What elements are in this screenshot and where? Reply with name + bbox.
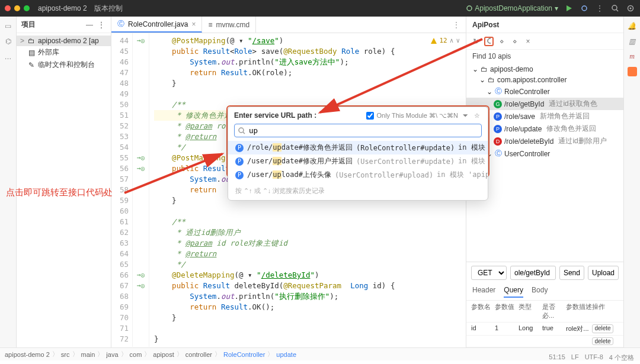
send-button[interactable]: Send (559, 266, 584, 280)
breadcrumb-item[interactable]: com (130, 351, 142, 358)
svg-point-2 (582, 6, 587, 11)
popup-title: Enter service URL path : (234, 111, 316, 120)
api-tree-node[interactable]: ⌄🗀com.apipost.controller (466, 75, 623, 85)
breadcrumb-item[interactable]: apipost-demo 2 (5, 351, 50, 358)
breadcrumb-item[interactable]: apipost (153, 351, 174, 358)
editor-tab[interactable]: ≡mvnw.cmd (202, 17, 256, 33)
breadcrumb-item[interactable]: controller (185, 351, 212, 358)
close-panel-icon[interactable]: × (523, 37, 533, 46)
request-tab[interactable]: Header (472, 286, 495, 298)
menu-vcs[interactable]: 版本控制 (94, 4, 123, 14)
api-tree-endpoint[interactable]: G/role/getById通过id获取角色 (466, 98, 623, 110)
folder-icon[interactable]: ▭ (4, 21, 13, 31)
api-tree[interactable]: ⌄🗀apipost-demo⌄🗀com.apipost.controller⌄Ⓒ… (466, 63, 623, 161)
svg-line-4 (616, 9, 618, 11)
apipost-logo-icon[interactable] (628, 67, 637, 76)
line-numbers: 4445464748495051525354555657585960616263… (111, 33, 133, 347)
method-badge-icon: P (235, 144, 244, 152)
breadcrumb[interactable]: apipost-demo 2〉src〉main〉java〉com〉apipost… (0, 347, 640, 360)
structure-icon[interactable]: ⌬ (4, 37, 13, 46)
panel-menu-icon[interactable]: ⋮ (97, 20, 106, 30)
search-icon[interactable] (610, 4, 620, 13)
delete-param-button[interactable]: delete (592, 324, 613, 333)
project-tree-item[interactable]: >🗀apipost-demo 2 [ap (17, 36, 111, 46)
close-icon[interactable]: × (191, 20, 196, 28)
param-column-header: 操作 (592, 302, 613, 320)
settings-icon[interactable] (626, 4, 635, 13)
bookmark-icon[interactable]: … (4, 52, 13, 62)
popup-result-item[interactable]: P/role/update#修改角色并返回 (RoleController#up… (228, 141, 488, 154)
minimize-icon[interactable] (14, 5, 20, 11)
popup-module-scope[interactable]: Only This Module ⌘\ ⌥⌘N ⏷ ☆ (366, 111, 482, 120)
project-panel-title: 项目 (21, 20, 36, 30)
api-tree-endpoint[interactable]: D/role/deleteById通过id删除用户 (466, 135, 623, 147)
folder-icon: ✎ (27, 61, 36, 69)
request-tabs[interactable]: HeaderQueryBody (466, 284, 623, 301)
breadcrumb-sep: 〉 (72, 350, 79, 359)
file-encoding[interactable]: UTF-8 (585, 353, 603, 362)
breadcrumb-item[interactable]: RoleController (223, 351, 265, 358)
caret-position[interactable]: 51:15 (549, 353, 565, 362)
funnel-icon[interactable]: ⏷ (460, 111, 470, 120)
folder-icon: ▤ (27, 49, 36, 57)
project-tree-item[interactable]: ▤外部库 (17, 46, 111, 59)
window-controls[interactable] (5, 5, 30, 11)
line-separator[interactable]: LF (571, 353, 579, 362)
close-icon[interactable] (5, 5, 11, 11)
search-url-popup[interactable]: Enter service URL path : Only This Modul… (228, 107, 488, 201)
maven-icon[interactable]: m (629, 52, 635, 61)
project-name[interactable]: apipost-demo 2 (38, 4, 87, 12)
upload-button[interactable]: Upload (588, 266, 619, 280)
database-icon[interactable]: ▥ (628, 37, 637, 46)
svg-point-3 (612, 5, 617, 10)
editor-tabs: ⒸRoleController.java×≡mvnw.cmd⋮ (111, 17, 466, 33)
popup-result-item[interactable]: P/user/update#修改用户并返回 (UserController#up… (228, 154, 488, 168)
nav-prev-icon[interactable]: ⋄ (510, 37, 520, 46)
pin-icon[interactable]: ☆ (472, 111, 482, 120)
warning-icon (430, 37, 437, 44)
request-tab[interactable]: Body (532, 286, 548, 298)
api-tree-endpoint[interactable]: P/role/save新增角色并返回 (466, 110, 623, 123)
breadcrumb-item[interactable]: src (61, 351, 70, 358)
api-tree-node[interactable]: ⌄ⒸRoleController (466, 85, 623, 98)
param-row-empty[interactable]: delete (466, 336, 623, 347)
project-tree-item[interactable]: ✎临时文件和控制台 (17, 59, 111, 71)
collapse-icon[interactable]: — (85, 20, 94, 30)
breadcrumb-item[interactable]: java (106, 351, 118, 358)
filter-icon[interactable]: ⋄ (497, 37, 507, 46)
inspection-warning-badge[interactable]: 12 ∧ ∨ (430, 36, 460, 46)
svg-point-10 (239, 128, 244, 133)
http-method-select[interactable]: GET (471, 266, 507, 280)
module-scope-checkbox[interactable] (366, 112, 374, 120)
run-button[interactable] (564, 4, 574, 13)
indent-setting[interactable]: 4 个空格 (609, 353, 634, 362)
target-icon (466, 5, 472, 11)
svg-point-8 (488, 38, 491, 43)
tabs-more-icon[interactable]: ⋮ (447, 17, 466, 33)
left-toolwindows: ▭ ⌬ … (0, 17, 17, 347)
popup-result-item[interactable]: P/user/upload#上传头像 (UserController#uploa… (228, 168, 488, 182)
api-tree-node[interactable]: ⌄ⒸUserController (466, 147, 623, 160)
notifications-icon[interactable]: 🔔 (628, 21, 637, 31)
api-tree-endpoint[interactable]: P/role/update修改角色并返回 (466, 123, 623, 135)
svg-line-11 (243, 132, 245, 134)
delete-param-button[interactable]: delete (592, 337, 613, 345)
popup-result-list[interactable]: P/role/update#修改角色并返回 (RoleController#up… (228, 141, 488, 184)
breadcrumb-item[interactable]: main (81, 351, 95, 358)
more-actions-button[interactable]: ⋮ (595, 4, 604, 13)
maximize-icon[interactable] (24, 5, 30, 11)
param-column-header: 参数值 (495, 302, 519, 320)
popup-search-input[interactable] (249, 126, 478, 135)
apipost-panel: ApiPost ↻ ⋄ ⋄ × Find 10 apis ⌄🗀apipost-d… (466, 17, 623, 347)
api-tree-node[interactable]: ⌄🗀apipost-demo (466, 64, 623, 75)
request-tab[interactable]: Query (504, 286, 523, 298)
debug-button[interactable] (580, 4, 589, 13)
url-input[interactable] (510, 266, 556, 280)
run-configuration[interactable]: ApipostDemoApplication ▾ (466, 4, 558, 12)
editor-tab[interactable]: ⒸRoleController.java× (111, 17, 202, 33)
params-table[interactable]: 参数名参数值类型是否必...参数描述操作 id1Longtruerole对...… (466, 301, 623, 347)
param-row[interactable]: id1Longtruerole对...delete (466, 323, 623, 336)
refresh-icon[interactable]: ↻ (471, 37, 481, 46)
breadcrumb-item[interactable]: update (276, 351, 296, 358)
search-apis-button[interactable] (484, 37, 494, 46)
